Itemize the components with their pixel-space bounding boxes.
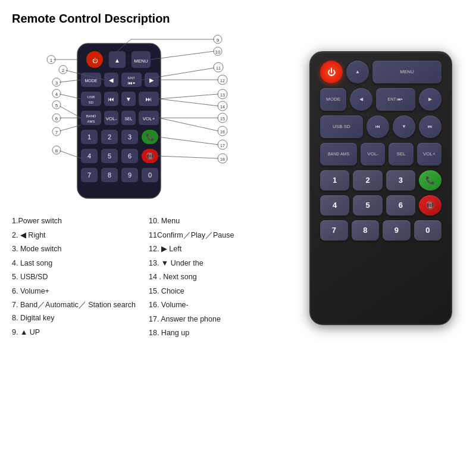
svg-text:6: 6 [128, 152, 131, 160]
desc-item-8: 8. Digital key [12, 313, 143, 324]
photo-row-2: MODE ◀ ENT ⏮▶ ▶ [320, 88, 441, 111]
num-4-button[interactable]: 4 [320, 195, 349, 216]
hangup-button[interactable]: 📵 [419, 195, 441, 216]
svg-text:📞: 📞 [146, 132, 155, 141]
svg-text:5: 5 [55, 103, 58, 108]
mode-button[interactable]: MODE [320, 88, 346, 111]
vol-minus-button[interactable]: VOL- [361, 143, 385, 166]
ent-button[interactable]: ENT ⏮▶ [376, 88, 415, 111]
desc-item-12: 12. ▶ Left [149, 244, 280, 255]
photo-row-7: 7 8 9 0 [320, 220, 441, 241]
num-9-button[interactable]: 9 [383, 220, 411, 241]
desc-item-6: 6. Volume+ [12, 286, 143, 297]
svg-text:⏻: ⏻ [92, 58, 98, 64]
next-button[interactable]: ⏭ [419, 116, 441, 138]
desc-item-1: 1.Power switch [12, 216, 143, 227]
svg-text:9: 9 [128, 171, 131, 179]
svg-text:17: 17 [220, 143, 225, 148]
desc-item-3: 3. Mode switch [12, 244, 143, 255]
svg-text:⏮: ⏮ [108, 96, 114, 102]
num-8-button[interactable]: 8 [352, 220, 380, 241]
svg-text:SD: SD [89, 101, 94, 104]
svg-line-95 [159, 94, 218, 99]
svg-text:9: 9 [217, 38, 220, 43]
power-button[interactable]: ⏻ [320, 61, 343, 83]
svg-text:11: 11 [216, 66, 221, 70]
num-3-button[interactable]: 3 [386, 170, 415, 191]
svg-text:0: 0 [148, 171, 152, 179]
prev-button[interactable]: ⏮ [367, 116, 389, 138]
left-section: ⏻ ▲ MENU MODE ◀ ENT [12, 35, 286, 342]
sel-button[interactable]: SEL [389, 143, 413, 166]
svg-text:VOL-: VOL- [106, 116, 117, 121]
svg-text:1: 1 [87, 133, 91, 141]
photo-row-6: 4 5 6 📵 [320, 195, 441, 216]
svg-text:VOL+: VOL+ [143, 116, 155, 121]
desc-item-15: 15. Choice [149, 286, 280, 297]
svg-text:16: 16 [220, 130, 225, 134]
remote-photo: ⏻ ▲ MENU MODE ◀ ENT ⏮▶ ▶ USB SD ⏮ ▼ ⏭ [309, 51, 452, 325]
desc-item-13: 13. ▼ Under the [149, 258, 280, 269]
num-5-button[interactable]: 5 [353, 195, 382, 216]
svg-text:▼: ▼ [126, 96, 131, 102]
svg-text:📵: 📵 [146, 151, 155, 160]
down-button[interactable]: ▼ [393, 116, 415, 138]
num-6-button[interactable]: 6 [386, 195, 415, 216]
svg-text:MODE: MODE [85, 79, 98, 83]
svg-text:⏮▶: ⏮▶ [128, 80, 135, 86]
svg-text:8: 8 [108, 171, 111, 179]
desc-col-right: 10. Menu 11Confirm／Play／Pause 12. ▶ Left… [149, 216, 286, 342]
svg-text:15: 15 [220, 117, 225, 121]
svg-text:12: 12 [220, 79, 225, 83]
vol-plus-button[interactable]: VOL+ [417, 143, 441, 166]
svg-text:▲: ▲ [114, 57, 120, 64]
usb-sd-button[interactable]: USB SD [320, 116, 363, 138]
svg-text:3: 3 [128, 133, 131, 141]
desc-item-5: 5. USB/SD [12, 272, 143, 283]
svg-text:7: 7 [87, 171, 91, 179]
num-2-button[interactable]: 2 [353, 170, 382, 191]
svg-text:1: 1 [50, 58, 53, 63]
num-7-button[interactable]: 7 [320, 220, 348, 241]
svg-text:8: 8 [55, 148, 58, 154]
left-button[interactable]: ◀ [350, 88, 372, 111]
desc-item-9: 9. ▲ UP [12, 327, 143, 338]
photo-row-3: USB SD ⏮ ▼ ⏭ [320, 116, 441, 138]
svg-line-98 [159, 99, 218, 106]
num-1-button[interactable]: 1 [320, 170, 349, 191]
svg-text:6: 6 [55, 116, 58, 121]
svg-text:2: 2 [62, 68, 65, 73]
svg-text:SEL: SEL [124, 117, 132, 121]
description-section: 1.Power switch 2. ◀ Right 3. Mode switch… [12, 216, 286, 342]
svg-text:4: 4 [55, 92, 58, 97]
svg-text:3: 3 [55, 80, 58, 86]
svg-text:5: 5 [108, 152, 111, 160]
photo-row-5: 1 2 3 📞 [320, 170, 441, 191]
svg-text:◀: ◀ [109, 77, 114, 83]
svg-text:10: 10 [215, 49, 221, 55]
desc-item-10: 10. Menu [149, 216, 280, 227]
svg-text:7: 7 [55, 130, 58, 135]
svg-text:AMS: AMS [87, 120, 95, 123]
answer-button[interactable]: 📞 [419, 170, 441, 191]
up-button[interactable]: ▲ [346, 61, 369, 83]
svg-text:13: 13 [220, 93, 225, 97]
desc-item-4: 4. Last song [12, 258, 143, 269]
menu-button[interactable]: MENU [372, 61, 441, 83]
num-0-button[interactable]: 0 [414, 220, 442, 241]
desc-item-18: 18. Hang up [149, 328, 280, 339]
svg-line-110 [158, 156, 218, 158]
svg-text:4: 4 [87, 152, 91, 160]
desc-item-7: 7. Band／Automatic／ Station search [12, 300, 143, 310]
svg-text:⏭: ⏭ [146, 96, 152, 102]
svg-line-107 [158, 137, 218, 145]
diagram-svg: ⏻ ▲ MENU MODE ◀ ENT [12, 35, 238, 213]
svg-text:USB: USB [87, 95, 95, 99]
band-button[interactable]: BAND AMS [320, 143, 357, 166]
desc-item-11: 11Confirm／Play／Pause [149, 230, 280, 241]
right-button[interactable]: ▶ [419, 88, 441, 111]
svg-text:MENU: MENU [134, 58, 148, 64]
svg-text:18: 18 [220, 157, 225, 161]
desc-col-left: 1.Power switch 2. ◀ Right 3. Mode switch… [12, 216, 149, 342]
page-container: Remote Control Description ⏻ ▲ M [0, 0, 476, 468]
